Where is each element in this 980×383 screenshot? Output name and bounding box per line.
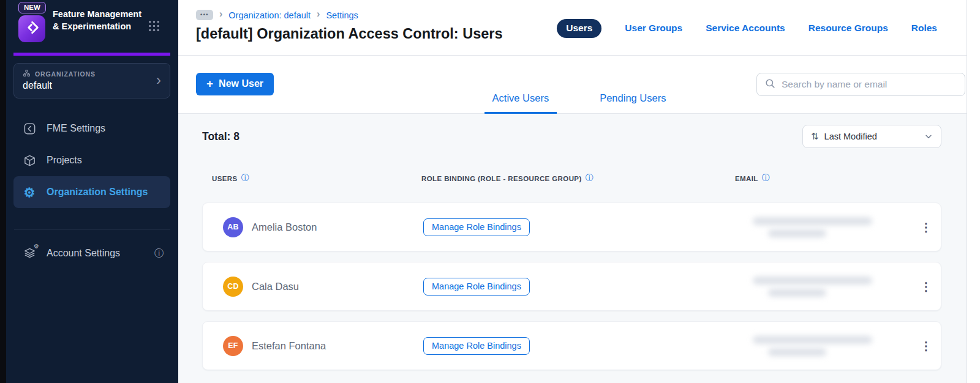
table-row: CD Cala Dasu Manage Role Bindings ⋮ [202,262,941,311]
new-user-button-label: New User [219,78,263,89]
kebab-menu-icon[interactable]: ⋮ [921,221,932,233]
avatar: CD [223,277,243,297]
breadcrumb-organization-link[interactable]: Organization: default [228,10,311,20]
tab-service-accounts[interactable]: Service Accounts [706,23,785,34]
column-header-role-binding: ROLE BINDING (ROLE - RESOURCE GROUP) ⓘ [421,175,735,185]
kebab-menu-icon[interactable]: ⋮ [921,340,932,352]
avatar: EF [223,336,243,356]
info-icon[interactable]: ⓘ [154,247,164,260]
access-control-tabs: Users User Groups Service Accounts Resou… [557,19,937,37]
user-name: Cala Dasu [252,281,299,292]
user-name: Estefan Fontana [252,340,326,352]
sort-arrows-icon: ⇅ [811,131,819,142]
search-input[interactable] [782,79,957,90]
breadcrumb-ellipsis-button[interactable]: ••• [196,10,213,20]
redacted-email [726,277,911,297]
sidebar-nav: FME Settings Projects ⚙ Organization Set… [6,113,178,208]
table-row: EF Estefan Fontana Manage Role Bindings … [202,321,941,370]
user-name: Amelia Boston [252,221,317,233]
page-header: ••• › Organization: default › Settings [… [178,0,967,56]
split-mark-icon [23,19,40,39]
chevron-down-icon [924,132,933,141]
user-view-tabs: Active Users Pending Users [484,92,674,114]
sitemap-icon [23,69,31,78]
new-badge: NEW [18,2,46,13]
toolbar: + New User Active Users Pending Users [178,56,967,114]
organization-value: default [23,80,161,91]
breadcrumb: ••• › Organization: default › Settings [196,0,503,20]
organizations-label: ORGANIZATIONS [35,70,96,78]
organization-selector[interactable]: ORGANIZATIONS default › [13,63,170,99]
breadcrumb-settings-link[interactable]: Settings [326,10,358,20]
main-area: ••• › Organization: default › Settings [… [178,0,967,383]
table-row: AB Amelia Boston Manage Role Bindings ⋮ [202,203,941,251]
sidebar-item-account-settings[interactable]: ⚙ Account Settings ⓘ [13,237,170,269]
tab-active-users[interactable]: Active Users [484,92,557,114]
sidebar-item-organization-settings[interactable]: ⚙ Organization Settings [13,176,170,208]
avatar: AB [223,217,243,237]
users-list: AB Amelia Boston Manage Role Bindings ⋮ [202,203,941,370]
sidebar-item-fme-settings[interactable]: FME Settings [13,113,170,144]
sidebar-item-label: Projects [47,155,82,166]
cube-icon [22,153,37,168]
users-list-section: Total: 8 ⇅ Last Modified USERS ⓘ [178,114,967,383]
column-header-users: USERS ⓘ [212,175,421,185]
tab-roles[interactable]: Roles [911,23,937,34]
product-title: Feature Management & Experimentation [53,8,146,32]
info-icon[interactable]: ⓘ [586,174,594,182]
table-header-row: USERS ⓘ ROLE BINDING (ROLE - RESOURCE GR… [202,175,941,185]
new-user-button[interactable]: + New User [196,73,274,95]
sidebar-item-projects[interactable]: Projects [13,144,170,176]
sidebar-item-label: Account Settings [47,248,120,259]
split-logo [18,15,45,42]
search-icon [764,78,776,92]
chevron-right-icon: › [219,9,222,20]
info-icon[interactable]: ⓘ [762,174,770,182]
sidebar-item-label: Organization Settings [47,187,148,198]
manage-role-bindings-button[interactable]: Manage Role Bindings [423,278,530,296]
viewport-right-edge [967,0,980,383]
app-launcher-grid-icon[interactable] [147,19,161,35]
sidebar-item-label: FME Settings [47,123,105,134]
split-outline-icon [22,121,37,136]
chevron-right-icon: › [317,9,320,20]
sidebar-divider [14,229,170,229]
gear-icon: ⚙ [22,185,37,199]
tab-users[interactable]: Users [557,19,601,38]
purple-accent-rule [13,53,170,56]
sort-dropdown-value: Last Modified [824,132,877,141]
kebab-menu-icon[interactable]: ⋮ [921,281,932,292]
manage-role-bindings-button[interactable]: Manage Role Bindings [423,337,530,355]
page-title: [default] Organization Access Control: U… [196,26,503,42]
tab-user-groups[interactable]: User Groups [625,23,682,34]
window-edge [0,0,6,383]
tab-resource-groups[interactable]: Resource Groups [809,23,888,34]
redacted-email [726,217,911,237]
ellipsis-icon: ••• [200,12,209,18]
sidebar: NEW Feature Management & Experimentation [6,0,178,383]
info-icon[interactable]: ⓘ [241,174,249,182]
total-count: Total: 8 [202,130,239,143]
app-window: NEW Feature Management & Experimentation [0,0,980,383]
sort-dropdown[interactable]: ⇅ Last Modified [802,125,941,148]
redacted-email [726,336,911,356]
column-header-email: EMAIL ⓘ [735,175,912,185]
tab-pending-users[interactable]: Pending Users [592,92,674,114]
manage-role-bindings-button[interactable]: Manage Role Bindings [423,218,530,236]
search-input-wrapper [756,73,965,96]
plus-icon: + [206,80,213,88]
layers-gear-icon: ⚙ [22,246,37,261]
chevron-right-icon: › [156,73,161,87]
